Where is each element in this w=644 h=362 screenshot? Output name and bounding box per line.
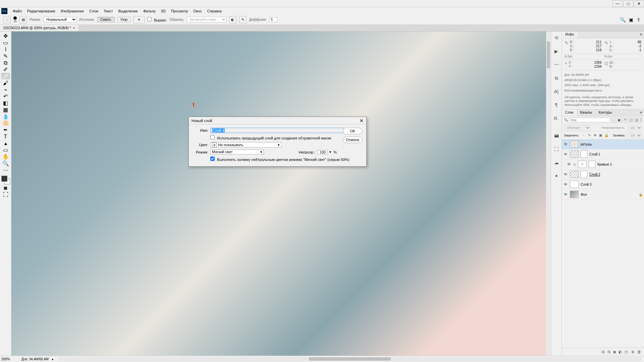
menu-window[interactable]: Окно <box>191 8 205 14</box>
opacity-select[interactable]: 100% <box>627 125 642 130</box>
filter-text-icon[interactable]: T <box>623 118 628 122</box>
pen-tool[interactable]: ✒ <box>1 127 10 133</box>
visibility-toggle-icon[interactable]: 👁 <box>563 142 568 146</box>
dialog-titlebar[interactable]: Новый слой ✕ <box>189 117 366 124</box>
brushes-panel-icon[interactable]: 〰 <box>553 61 560 68</box>
filter-smart-icon[interactable]: ◫ <box>634 118 639 122</box>
mode-select[interactable]: Мягкий свет▾ <box>210 149 264 155</box>
layer-row[interactable]: 👁 ретушь <box>562 139 644 149</box>
layer-thumbnail[interactable] <box>570 150 579 158</box>
current-tool-icon[interactable]: 🩹 <box>3 16 11 23</box>
source-sample-toggle[interactable]: Семпл. <box>97 17 115 22</box>
menu-image[interactable]: Изображение <box>58 8 87 14</box>
actions-panel-icon[interactable]: ▶ <box>553 48 560 55</box>
opacity-dropdown-icon[interactable]: ▾ <box>329 150 331 154</box>
adjustments-panel-icon[interactable]: 🏔 <box>553 132 560 139</box>
brush-preset-picker[interactable]: 15 <box>13 16 17 23</box>
filter-pixel-icon[interactable]: ▫ <box>611 118 616 122</box>
paths-tab[interactable]: Контуры <box>595 110 615 116</box>
screen-mode-toggle[interactable]: ⛶ <box>1 191 10 198</box>
new-layer-icon[interactable]: ⊕ <box>631 350 635 354</box>
clone-stamp-tool[interactable]: ⌁ <box>1 86 10 93</box>
layer-row[interactable]: 👁 ↳ ⧼ Кривые 1 <box>562 160 644 170</box>
cancel-button[interactable]: Отмена <box>343 136 362 143</box>
lock-pixels-icon[interactable]: ▫ <box>581 133 586 138</box>
layer-thumbnail[interactable] <box>570 191 579 198</box>
path-select-tool[interactable]: ▴ <box>1 140 10 146</box>
retouch-panel-icon[interactable]: R. <box>553 115 560 122</box>
layer-name-input[interactable]: Слой 4 <box>210 128 344 133</box>
fill-neutral-checkbox[interactable]: Выполнить заливку нейтральным цветом реж… <box>210 157 350 162</box>
filter-toggle-icon[interactable] <box>640 118 642 122</box>
layer-effects-icon[interactable]: fx <box>607 350 610 354</box>
canvas[interactable] <box>11 32 551 356</box>
layer-name[interactable]: Слой 1 <box>589 153 600 156</box>
brush-tool[interactable]: 🖌 <box>1 80 10 86</box>
window-minimize-button[interactable]: — <box>612 0 623 7</box>
eyedropper-tool[interactable]: ✐ <box>1 66 10 73</box>
dialog-opacity-input[interactable] <box>317 150 327 155</box>
document-tab-close-icon[interactable]: × <box>73 26 75 30</box>
blur-tool[interactable]: 💧 <box>1 113 10 120</box>
clone-source-panel-icon[interactable]: ⧉ <box>553 74 560 82</box>
menu-file[interactable]: Файл <box>10 8 24 14</box>
hand-tool[interactable]: ✋ <box>1 154 10 160</box>
eraser-tool[interactable]: ◧ <box>1 100 10 106</box>
layer-name[interactable]: Слой 3 <box>581 183 592 186</box>
layer-name[interactable]: Фон <box>581 193 587 196</box>
layer-row[interactable]: 👁 Слой 1 <box>562 149 644 160</box>
history-panel-icon[interactable]: ⟲ <box>553 34 560 42</box>
search-icon[interactable]: 🔍 <box>620 17 626 22</box>
source-pattern-toggle[interactable]: Узор <box>117 17 130 22</box>
menu-3d[interactable]: 3D <box>158 8 168 14</box>
visibility-toggle-icon[interactable]: 👁 <box>563 152 568 156</box>
lock-artboard-icon[interactable]: ▣ <box>598 133 603 138</box>
marquee-tool[interactable]: ▭ <box>1 40 10 46</box>
layer-name[interactable]: ретушь <box>581 142 592 146</box>
menu-help[interactable]: Справка <box>205 8 224 14</box>
layer-filter-input[interactable] <box>569 118 610 122</box>
history-brush-tool[interactable]: ↶ <box>1 93 10 100</box>
blend-mode-select-layers[interactable]: Обычные <box>564 125 591 130</box>
use-previous-checkbox[interactable]: Использовать предыдущий слой для создани… <box>210 135 331 140</box>
foreground-color-swatch[interactable] <box>1 176 7 182</box>
visibility-toggle-icon[interactable]: 👁 <box>563 172 568 176</box>
new-adjustment-icon[interactable]: ◐ <box>619 350 622 354</box>
ok-button[interactable]: ОК <box>343 128 362 134</box>
layer-thumbnail[interactable] <box>570 140 579 148</box>
aligned-checkbox[interactable]: Выравн. <box>147 17 167 22</box>
add-mask-icon[interactable]: ◙ <box>613 350 616 354</box>
zoom-level[interactable]: 200% <box>1 357 18 361</box>
layer-mask-thumbnail[interactable] <box>581 171 587 178</box>
visibility-toggle-icon[interactable]: 👁 <box>567 162 571 166</box>
healing-brush-tool[interactable]: 🩹 <box>1 73 10 79</box>
lasso-tool[interactable]: ⌇ <box>1 46 10 53</box>
layer-name[interactable]: Кривые 1 <box>597 163 612 166</box>
status-info-chevron-icon[interactable]: ▸ <box>52 357 54 361</box>
type-tool[interactable]: T <box>1 133 10 140</box>
move-tool[interactable]: ✥ <box>1 33 10 39</box>
menu-select[interactable]: Выделение <box>116 8 141 14</box>
visibility-toggle-icon[interactable]: 👁 <box>563 192 568 196</box>
styles-panel-icon[interactable]: ✦ <box>553 172 560 180</box>
layer-row[interactable]: 👁 Слой 2 <box>562 170 644 180</box>
layers-tab[interactable]: Слои <box>562 110 577 116</box>
menu-view[interactable]: Просмотр <box>168 8 191 14</box>
filter-adj-icon[interactable]: ◐ <box>617 118 622 122</box>
character-panel-icon[interactable]: A| <box>553 88 560 95</box>
fill-select[interactable]: 100% <box>627 133 642 138</box>
link-layers-icon[interactable]: ⧉ <box>602 350 605 354</box>
ignore-adj-icon[interactable]: ◐ <box>229 16 236 23</box>
layer-name[interactable]: Слой 2 <box>589 173 600 176</box>
menu-layers[interactable]: Слои <box>87 8 101 14</box>
status-doc-info[interactable]: Док: 34,4M/60,4M <box>21 357 49 361</box>
adjustment-thumbnail[interactable]: ⧼ <box>578 161 587 168</box>
crop-tool[interactable]: ⧉ <box>1 60 10 66</box>
quick-select-tool[interactable]: ✎ <box>1 53 10 59</box>
brush-panel-toggle-icon[interactable]: ▤ <box>19 16 27 23</box>
properties-panel-icon[interactable]: ⛶ <box>553 145 560 153</box>
paragraph-panel-icon[interactable]: ¶ <box>553 101 560 109</box>
visibility-toggle-icon[interactable]: 👁 <box>563 182 568 186</box>
filter-shape-icon[interactable]: ▢ <box>629 118 633 122</box>
channels-tab[interactable]: Каналы <box>577 110 595 116</box>
